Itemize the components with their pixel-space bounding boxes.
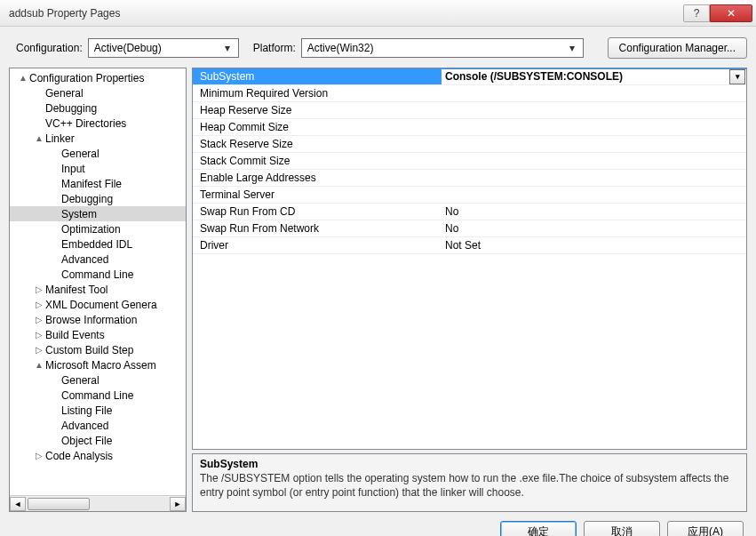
tree-item-label: Debugging (45, 102, 97, 115)
tree-item-label: General (45, 87, 84, 100)
tree-item-label: Configuration Properties (29, 72, 144, 84)
property-row[interactable]: Stack Reserve Size (193, 136, 746, 153)
tree-item[interactable]: ▷Input (10, 161, 186, 176)
property-value[interactable]: No (442, 205, 746, 218)
tree-item[interactable]: ▷Listing File (10, 403, 186, 418)
property-row[interactable]: DriverNot Set (193, 237, 746, 254)
property-row[interactable]: Terminal Server (193, 187, 746, 204)
expand-icon[interactable]: ▷ (33, 315, 45, 324)
property-row[interactable]: Enable Large Addresses (193, 170, 746, 187)
collapse-icon[interactable]: ▲ (17, 73, 29, 83)
tree-item[interactable]: ▷Object File (10, 433, 186, 448)
property-value[interactable]: Console (/SUBSYSTEM:CONSOLE)▾ (442, 69, 746, 84)
property-name: Terminal Server (193, 188, 442, 201)
property-row[interactable]: SubSystemConsole (/SUBSYSTEM:CONSOLE)▾ (193, 68, 746, 85)
scroll-left-button[interactable]: ◄ (10, 497, 26, 511)
chevron-down-icon: ▾ (220, 42, 235, 54)
tree-item[interactable]: ▷VC++ Directories (10, 116, 186, 131)
tree-item[interactable]: ▷Debugging (10, 191, 186, 206)
tree-item[interactable]: ▷Advanced (10, 418, 186, 433)
collapse-icon[interactable]: ▲ (33, 360, 45, 370)
window-title: addsub Property Pages (9, 7, 683, 20)
platform-dropdown[interactable]: Active(Win32) ▾ (301, 38, 584, 58)
tree-item[interactable]: ▲Linker (10, 131, 186, 146)
property-row[interactable]: Swap Run From CDNo (193, 204, 746, 220)
ok-button[interactable]: 确定 (500, 521, 577, 536)
property-name: Stack Reserve Size (193, 138, 442, 150)
tree-item[interactable]: ▷XML Document Genera (10, 297, 186, 312)
tree-item-label: Input (61, 163, 85, 175)
tree-body[interactable]: ▲Configuration Properties▷General▷Debugg… (10, 68, 186, 495)
property-name: Heap Commit Size (193, 121, 442, 133)
tree-item-label: Command Line (61, 389, 133, 402)
tree-item[interactable]: ▷Optimization (10, 221, 186, 236)
scroll-right-button[interactable]: ► (170, 497, 186, 511)
tree-item[interactable]: ▷Advanced (10, 252, 186, 267)
property-name: Stack Commit Size (193, 155, 442, 167)
tree-item-label: Microsoft Macro Assem (45, 359, 156, 372)
tree-item-label: Embedded IDL (61, 238, 132, 251)
tree-item[interactable]: ▷Manifest File (10, 176, 186, 191)
tree-item-label: Linker (45, 132, 75, 145)
titlebar: addsub Property Pages ? ✕ (0, 0, 756, 27)
tree-item[interactable]: ▷General (10, 372, 186, 388)
expand-icon[interactable]: ▷ (33, 284, 45, 294)
apply-button[interactable]: 应用(A) (667, 521, 744, 536)
tree-item[interactable]: ▲Microsoft Macro Assem (10, 357, 186, 372)
configuration-manager-button[interactable]: Configuration Manager... (608, 37, 747, 59)
tree-item[interactable]: ▷General (10, 85, 186, 100)
tree-item[interactable]: ▷Custom Build Step (10, 342, 186, 357)
property-row[interactable]: Stack Commit Size (193, 153, 746, 170)
tree-item-label: Browse Information (45, 314, 137, 326)
property-value[interactable]: No (442, 222, 746, 235)
tree-item-label: Object File (61, 435, 112, 447)
tree-item-label: Manifest File (61, 178, 122, 190)
property-name: Enable Large Addresses (193, 172, 442, 184)
property-name: Minimum Required Version (193, 87, 442, 100)
expand-icon[interactable]: ▷ (33, 345, 45, 355)
property-row[interactable]: Heap Reserve Size (193, 102, 746, 119)
configuration-bar: Configuration: Active(Debug) ▾ Platform:… (0, 27, 756, 68)
collapse-icon[interactable]: ▲ (33, 133, 45, 143)
tree-item-label: Manifest Tool (45, 284, 107, 296)
configuration-dropdown[interactable]: Active(Debug) ▾ (88, 38, 239, 58)
tree-item[interactable]: ▷General (10, 146, 186, 161)
tree-item-label: VC++ Directories (45, 117, 126, 130)
dialog-footer: 确定 取消 应用(A) (0, 512, 756, 536)
property-value[interactable]: Not Set (442, 239, 746, 252)
property-row[interactable]: Heap Commit Size (193, 119, 746, 136)
property-grid[interactable]: SubSystemConsole (/SUBSYSTEM:CONSOLE)▾Mi… (192, 68, 747, 450)
tree-item-label: System (61, 208, 97, 220)
close-button[interactable]: ✕ (710, 4, 752, 22)
tree-item[interactable]: ▷Code Analysis (10, 448, 186, 463)
help-button[interactable]: ? (683, 4, 710, 22)
tree-item-label: Advanced (61, 253, 108, 266)
tree-item[interactable]: ▷Command Line (10, 388, 186, 403)
tree-panel: ▲Configuration Properties▷General▷Debugg… (9, 68, 187, 512)
expand-icon[interactable]: ▷ (33, 300, 45, 309)
scroll-thumb[interactable] (28, 498, 90, 510)
tree-item[interactable]: ▷System (10, 206, 186, 221)
configuration-label: Configuration: (16, 42, 83, 54)
tree-item[interactable]: ▷Embedded IDL (10, 236, 186, 252)
tree-item[interactable]: ▲Configuration Properties (10, 70, 186, 85)
tree-item[interactable]: ▷Build Events (10, 327, 186, 342)
cancel-button[interactable]: 取消 (584, 521, 660, 536)
tree-item-label: Listing File (61, 404, 112, 417)
tree-item[interactable]: ▷Debugging (10, 100, 186, 116)
expand-icon[interactable]: ▷ (33, 451, 45, 460)
tree-item-label: General (61, 374, 99, 387)
tree-item-label: General (61, 148, 99, 160)
property-row[interactable]: Swap Run From NetworkNo (193, 220, 746, 237)
property-row[interactable]: Minimum Required Version (193, 85, 746, 102)
tree-item-label: Advanced (61, 420, 108, 432)
expand-icon[interactable]: ▷ (33, 330, 45, 340)
chevron-down-icon[interactable]: ▾ (729, 69, 745, 84)
chevron-down-icon: ▾ (565, 42, 579, 54)
horizontal-scrollbar[interactable]: ◄ ► (10, 495, 186, 511)
tree-item[interactable]: ▷Manifest Tool (10, 282, 186, 297)
tree-item[interactable]: ▷Browse Information (10, 312, 186, 327)
tree-item-label: Build Events (45, 329, 105, 341)
platform-label: Platform: (253, 42, 296, 54)
tree-item[interactable]: ▷Command Line (10, 267, 186, 282)
